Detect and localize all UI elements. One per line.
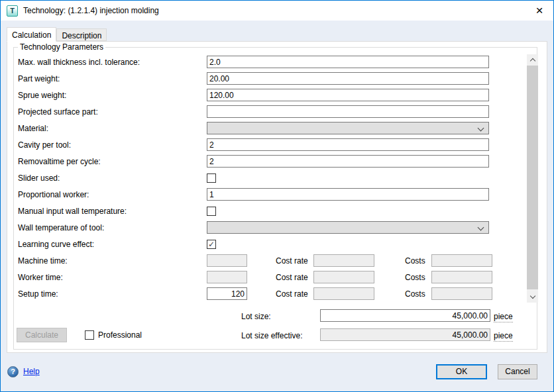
lot-size-label: Lot size: — [241, 312, 271, 321]
form-row: Material: — [18, 120, 533, 136]
wall-temperature-dropdown[interactable] — [207, 221, 489, 234]
field-label: Removaltime per cycle: — [18, 157, 207, 166]
field-label: Slider used: — [18, 173, 207, 183]
lot-size-effective-label: Lot size effective: — [241, 331, 303, 340]
form-row: Worker time: Cost rate Costs — [18, 269, 533, 285]
proportional-worker-input[interactable] — [207, 188, 489, 201]
form-row: Machine time: Cost rate Costs — [18, 252, 533, 269]
projected-surface-input[interactable] — [207, 105, 489, 118]
field-label: Projected surface part: — [18, 107, 207, 117]
vertical-scrollbar[interactable] — [527, 54, 538, 303]
cost-rate-label: Cost rate — [276, 289, 313, 299]
field-label: Part weight: — [18, 74, 207, 83]
lot-size-effective-unit[interactable]: piece — [494, 331, 513, 342]
lot-size-unit[interactable]: piece — [494, 312, 513, 322]
field-label: Proportional worker: — [18, 190, 207, 199]
checkmark-icon: ✓ — [208, 240, 215, 248]
form-row: Manual input wall temperature: — [18, 203, 533, 219]
chevron-up-icon — [529, 58, 535, 64]
costs-label: Costs — [405, 256, 431, 266]
window-title: Technology: (1.2.1.4) injection molding — [23, 6, 159, 15]
form-row: Setup time: Cost rate Costs — [18, 285, 533, 302]
worker-time-input — [207, 271, 247, 283]
field-label: Worker time: — [18, 273, 207, 282]
field-label: Manual input wall temperature: — [18, 207, 207, 216]
tab-strip: Calculation Description — [7, 27, 553, 41]
cavity-per-tool-input[interactable] — [207, 138, 489, 151]
costs-label: Costs — [405, 273, 431, 282]
technology-app-icon: T — [7, 5, 18, 17]
cancel-button[interactable]: Cancel — [498, 364, 537, 379]
chevron-down-icon — [529, 293, 535, 299]
help-link[interactable]: Help — [23, 367, 40, 376]
sprue-weight-input[interactable] — [207, 89, 489, 101]
setup-costs-input — [431, 287, 492, 300]
setup-cost-rate-input — [313, 287, 374, 300]
field-label: Machine time: — [18, 256, 207, 266]
setup-time-input[interactable] — [207, 287, 247, 300]
form-row: Slider used: — [18, 170, 533, 186]
ok-button[interactable]: OK — [436, 364, 487, 379]
field-label: Cavity per tool: — [18, 140, 207, 150]
form-row: Removaltime per cycle: — [18, 153, 533, 170]
manual-wall-temperature-checkbox[interactable] — [207, 207, 216, 216]
tab-calculation[interactable]: Calculation — [7, 27, 56, 42]
technology-parameters-group: Technology Parameters Max. wall thicknes… — [13, 42, 537, 350]
field-label: Sprue weight: — [18, 91, 207, 100]
lot-size-effective-row: Calculate Professional Lot size effectiv… — [18, 326, 533, 345]
close-icon[interactable]: × — [528, 1, 551, 20]
scroll-down-button[interactable] — [527, 291, 538, 303]
costs-label: Costs — [405, 289, 431, 299]
form-row: Sprue weight: — [18, 87, 533, 103]
help-question-icon[interactable]: ? — [7, 366, 19, 377]
machine-cost-rate-input — [313, 254, 374, 267]
dialog-footer: ? Help OK Cancel — [1, 353, 553, 392]
lot-size-effective-input — [320, 328, 490, 341]
worker-costs-input — [431, 271, 492, 283]
lot-size-row: Lot size: piece — [18, 307, 533, 326]
machine-costs-input — [431, 254, 492, 267]
help-area[interactable]: ? Help — [7, 366, 40, 377]
form-row: Learning curve effect: ✓ — [18, 236, 533, 252]
chevron-down-icon — [478, 224, 484, 231]
part-weight-input[interactable] — [207, 72, 489, 85]
removaltime-input[interactable] — [207, 155, 489, 168]
technology-dialog: T Technology: (1.2.1.4) injection moldin… — [0, 0, 554, 392]
scroll-up-button[interactable] — [527, 54, 538, 66]
chevron-down-icon — [478, 125, 484, 132]
title-bar: T Technology: (1.2.1.4) injection moldin… — [1, 1, 553, 21]
max-wall-thickness-input[interactable] — [207, 56, 489, 68]
lot-size-input[interactable] — [320, 309, 490, 322]
form-row: Proportional worker: — [18, 186, 533, 203]
machine-time-input — [207, 254, 247, 267]
field-label: Wall temperature of tool: — [18, 223, 207, 232]
worker-cost-rate-input — [313, 271, 374, 283]
tab-description[interactable]: Description — [56, 28, 107, 41]
form-row: Part weight: — [18, 70, 533, 87]
learning-curve-checkbox[interactable]: ✓ — [207, 240, 216, 249]
field-label: Learning curve effect: — [18, 240, 207, 249]
professional-option[interactable]: Professional — [85, 330, 142, 340]
calculate-button: Calculate — [17, 328, 67, 342]
form-row: Projected surface part: — [18, 103, 533, 120]
scrollbar-thumb[interactable] — [527, 66, 538, 289]
group-title: Technology Parameters — [18, 42, 105, 52]
form-row: Max. wall thickness incl. tolerance: — [18, 54, 533, 70]
material-dropdown[interactable] — [207, 122, 489, 134]
action-buttons: OK Cancel — [436, 364, 537, 379]
calculation-tab-page: Technology Parameters Max. wall thicknes… — [7, 41, 547, 353]
form-row: Cavity per tool: — [18, 136, 533, 153]
form-row: Wall temperature of tool: — [18, 219, 533, 236]
professional-label: Professional — [98, 330, 142, 340]
field-label: Max. wall thickness incl. tolerance: — [18, 58, 207, 67]
cost-rate-label: Cost rate — [276, 273, 313, 282]
field-label: Material: — [18, 124, 207, 133]
cost-rate-label: Cost rate — [276, 256, 313, 266]
field-label: Setup time: — [18, 289, 207, 299]
professional-checkbox[interactable] — [85, 330, 94, 340]
slider-used-checkbox[interactable] — [207, 173, 216, 183]
